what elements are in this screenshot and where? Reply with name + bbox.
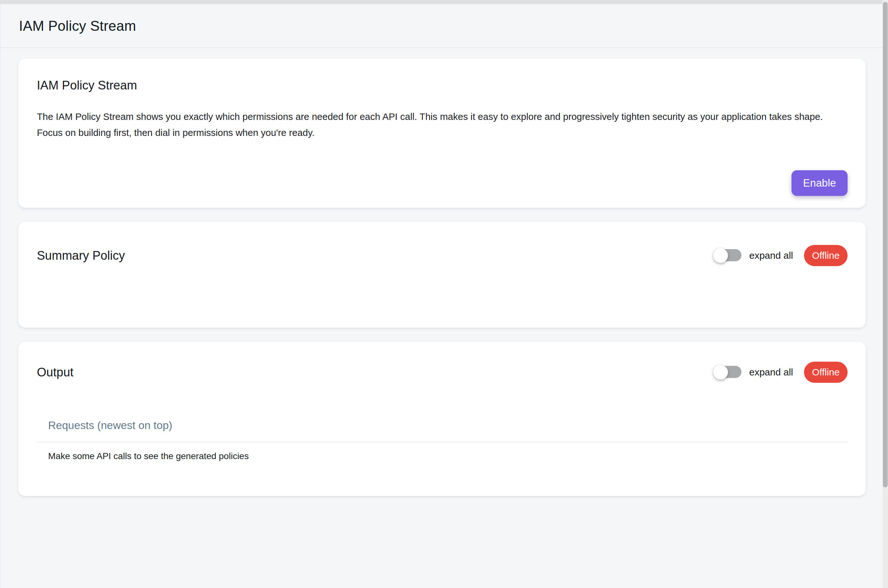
intro-card-description: The IAM Policy Stream shows you exactly …: [37, 109, 848, 141]
main-content: IAM Policy Stream The IAM Policy Stream …: [0, 48, 888, 496]
output-header-row: Output expand all Offline: [37, 362, 848, 383]
requests-heading: Requests (newest on top): [37, 419, 848, 432]
summary-policy-header-row: Summary Policy expand all Offline: [37, 245, 848, 266]
scrollbar-track[interactable]: [882, 0, 888, 588]
summary-status-badge: Offline: [804, 245, 848, 266]
output-expand-toggle[interactable]: [714, 364, 741, 381]
requests-panel: Requests (newest on top) Make some API c…: [37, 419, 848, 478]
summary-expand-toggle[interactable]: [714, 247, 741, 264]
output-controls: expand all Offline: [714, 362, 848, 383]
page-header: IAM Policy Stream: [0, 4, 888, 48]
summary-expand-all-label[interactable]: expand all: [749, 250, 793, 261]
scrollbar-thumb[interactable]: [883, 2, 888, 488]
intro-card-actions: Enable: [37, 170, 848, 196]
output-status-badge: Offline: [804, 362, 848, 383]
output-expand-all-label[interactable]: expand all: [749, 367, 793, 378]
summary-policy-card: Summary Policy expand all Offline: [18, 222, 866, 328]
output-card: Output expand all Offline Requests (newe…: [18, 342, 866, 496]
summary-policy-controls: expand all Offline: [714, 245, 848, 266]
toggle-knob: [713, 365, 728, 380]
requests-empty-message: Make some API calls to see the generated…: [37, 442, 848, 462]
summary-policy-title: Summary Policy: [37, 248, 125, 263]
intro-card: IAM Policy Stream The IAM Policy Stream …: [18, 58, 866, 208]
window-left-edge: [0, 0, 1, 588]
page-title: IAM Policy Stream: [19, 18, 136, 34]
toggle-knob: [713, 248, 728, 263]
intro-card-title: IAM Policy Stream: [37, 78, 848, 93]
output-title: Output: [37, 365, 74, 380]
enable-button[interactable]: Enable: [792, 170, 848, 196]
window-top-band: [0, 0, 882, 4]
